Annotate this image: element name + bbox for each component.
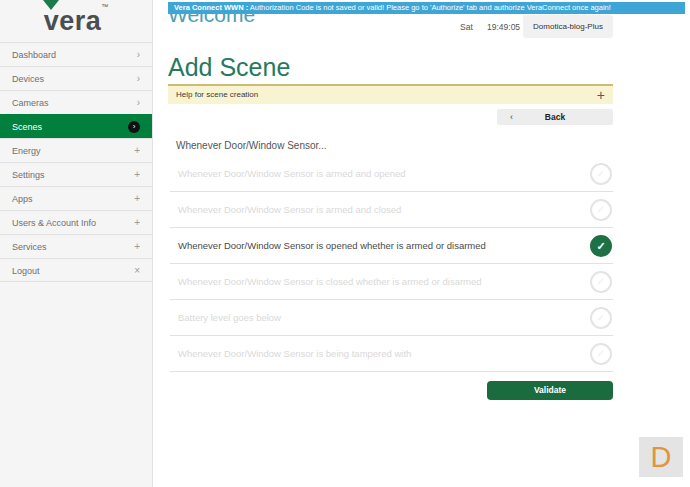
sidebar-item-energy[interactable]: Energy + (0, 138, 152, 162)
sidebar-item-label: Services (12, 242, 47, 252)
plus-icon: + (134, 187, 140, 211)
radio-icon[interactable]: ✓ (590, 343, 612, 365)
warning-banner-title: Vera Connect WWN : (174, 3, 248, 12)
option-label: Whenever Door/Window Sensor is closed wh… (170, 264, 613, 299)
vera-logo-triangle-icon (43, 0, 59, 10)
chevron-right-icon: › (137, 43, 140, 67)
option-armed-and-opened[interactable]: Whenever Door/Window Sensor is armed and… (170, 156, 613, 192)
option-label: Battery level goes below (170, 300, 613, 335)
trigger-options-list: Whenever Door/Window Sensor is armed and… (170, 156, 613, 372)
sidebar-item-label: Scenes (12, 122, 42, 132)
vera-logo: vera™ (0, 0, 152, 40)
option-label: Whenever Door/Window Sensor is being tam… (170, 336, 613, 371)
radio-icon[interactable]: ✓ (590, 163, 612, 185)
vera-logo-text: vera (44, 6, 102, 36)
warning-banner-message: Authorization Code is not saved or valid… (248, 3, 611, 12)
plus-icon: + (134, 211, 140, 235)
status-time: 19:49:05 (487, 22, 520, 32)
sidebar-item-label: Cameras (12, 98, 49, 108)
check-circle-icon[interactable]: ✓ (590, 235, 612, 257)
option-closed-armed-or-disarmed[interactable]: Whenever Door/Window Sensor is closed wh… (170, 264, 613, 300)
sidebar-item-cameras[interactable]: Cameras › (0, 90, 152, 114)
sidebar-item-users-account-info[interactable]: Users & Account Info + (0, 210, 152, 234)
sidebar-item-dashboard[interactable]: Dashboard › (0, 42, 152, 66)
option-battery-level-below[interactable]: Battery level goes below ✓ (170, 300, 613, 336)
sidebar-item-label: Users & Account Info (12, 218, 96, 228)
trigger-list-header: Whenever Door/Window Sensor... (176, 140, 327, 151)
sidebar-item-services[interactable]: Services + (0, 234, 152, 258)
d-badge[interactable]: D (639, 437, 683, 477)
sidebar-item-label: Dashboard (12, 50, 56, 60)
chevron-right-icon: › (137, 67, 140, 91)
expand-plus-icon[interactable]: + (597, 86, 605, 104)
page-title: Add Scene (168, 53, 290, 82)
sidebar-item-label: Apps (12, 194, 33, 204)
radio-icon[interactable]: ✓ (590, 199, 612, 221)
option-label: Whenever Door/Window Sensor is armed and… (170, 192, 613, 227)
controller-selector-button[interactable]: Domotica-blog-Plus (523, 15, 613, 38)
sidebar: vera™ Dashboard › Devices › Cameras › Sc… (0, 0, 153, 487)
sidebar-item-devices[interactable]: Devices › (0, 66, 152, 90)
chevron-right-icon: › (128, 121, 140, 133)
option-opened-armed-or-disarmed[interactable]: Whenever Door/Window Sensor is opened wh… (170, 228, 613, 264)
trademark-symbol: ™ (101, 3, 108, 10)
option-label: Whenever Door/Window Sensor is opened wh… (170, 228, 613, 263)
help-label: Help for scene creation (176, 86, 258, 104)
back-button-label: Back (497, 109, 613, 125)
status-day: Sat (460, 22, 473, 32)
sidebar-item-label: Devices (12, 74, 44, 84)
plus-icon: + (134, 235, 140, 259)
radio-icon[interactable]: ✓ (590, 307, 612, 329)
sidebar-item-label: Energy (12, 146, 41, 156)
sidebar-item-apps[interactable]: Apps + (0, 186, 152, 210)
warning-banner: Vera Connect WWN : Authorization Code is… (168, 2, 685, 14)
validate-button[interactable]: Validate (487, 381, 613, 400)
option-tampered-with[interactable]: Whenever Door/Window Sensor is being tam… (170, 336, 613, 372)
main-content: Welcome Vera Connect WWN : Authorization… (153, 0, 690, 487)
option-armed-and-closed[interactable]: Whenever Door/Window Sensor is armed and… (170, 192, 613, 228)
sidebar-menu: Dashboard › Devices › Cameras › Scenes ›… (0, 42, 152, 282)
radio-icon[interactable]: ✓ (590, 271, 612, 293)
sidebar-item-label: Settings (12, 170, 45, 180)
sidebar-item-scenes[interactable]: Scenes › (0, 114, 152, 138)
plus-icon: + (134, 163, 140, 187)
back-button[interactable]: ‹ Back (497, 109, 613, 125)
plus-icon: + (134, 139, 140, 163)
sidebar-item-logout[interactable]: Logout × (0, 258, 152, 282)
sidebar-item-label: Logout (12, 266, 40, 276)
chevron-right-icon: › (137, 91, 140, 115)
sidebar-item-settings[interactable]: Settings + (0, 162, 152, 186)
close-icon: × (134, 259, 140, 283)
option-label: Whenever Door/Window Sensor is armed and… (170, 156, 613, 191)
help-expander[interactable]: Help for scene creation + (168, 84, 613, 104)
